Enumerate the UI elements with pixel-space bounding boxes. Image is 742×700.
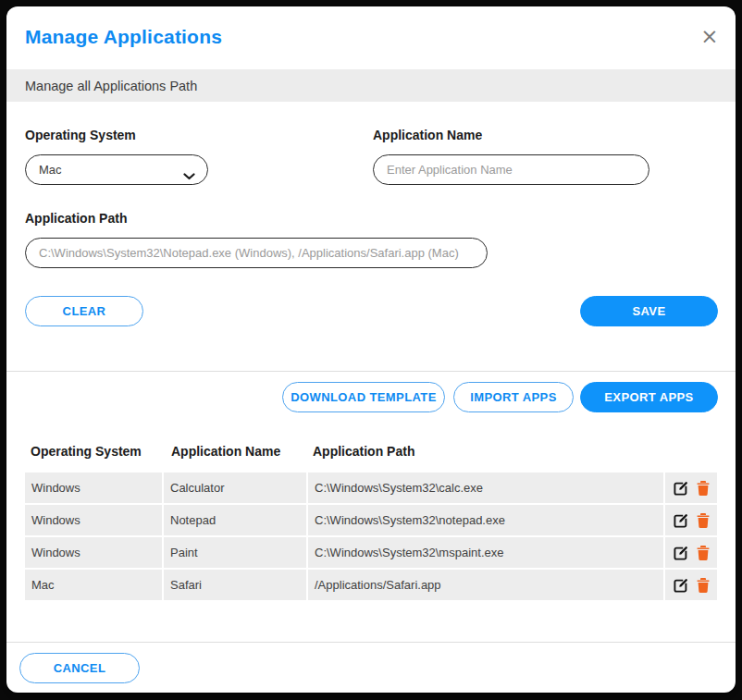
trash-icon[interactable] — [697, 481, 710, 496]
footer-divider — [6, 642, 736, 643]
application-path-label: Application Path — [25, 211, 127, 226]
import-apps-button[interactable]: IMPORT APPS — [453, 382, 574, 412]
save-button[interactable]: SAVE — [580, 296, 718, 326]
cell-application-name: Notepad — [164, 505, 306, 535]
trash-icon[interactable] — [697, 546, 710, 560]
row-actions — [665, 537, 717, 568]
cell-operating-system: Windows — [25, 537, 162, 568]
section-divider — [6, 371, 736, 372]
export-apps-button[interactable]: EXPORT APPS — [580, 382, 718, 412]
manage-applications-dialog: Manage Applications × Manage all Applica… — [6, 6, 736, 693]
application-name-input[interactable] — [374, 155, 649, 184]
column-header-application-path: Application Path — [313, 444, 414, 459]
close-icon[interactable]: × — [697, 23, 723, 49]
subheader-bar: Manage all Applications Path — [6, 69, 736, 102]
cell-application-path: C:\Windows\System32\mspaint.exe — [308, 537, 663, 568]
row-actions — [665, 570, 717, 600]
operating-system-dropdown[interactable]: Mac — [26, 155, 207, 184]
edit-icon[interactable] — [674, 513, 688, 528]
table-row: Windows Notepad C:\Windows\System32\note… — [25, 505, 717, 535]
edit-icon[interactable] — [674, 546, 688, 560]
operating-system-select[interactable]: Mac — [25, 154, 208, 185]
edit-icon[interactable] — [674, 578, 688, 593]
table-row: Mac Safari /Applications/Safari.app — [25, 570, 717, 600]
operating-system-label: Operating System — [25, 128, 136, 142]
trash-icon[interactable] — [697, 513, 710, 528]
cell-operating-system: Windows — [25, 473, 162, 503]
application-path-input[interactable] — [26, 239, 487, 267]
cell-application-path: /Applications/Safari.app — [308, 570, 663, 600]
dialog-title: Manage Applications — [25, 26, 222, 48]
application-path-field-wrap — [25, 238, 488, 268]
row-actions — [665, 473, 717, 503]
clear-button[interactable]: CLEAR — [25, 296, 143, 326]
table-row: Windows Paint C:\Windows\System32\mspain… — [25, 537, 717, 568]
cell-application-path: C:\Windows\System32\notepad.exe — [308, 505, 663, 535]
table-row: Windows Calculator C:\Windows\System32\c… — [25, 473, 717, 503]
cancel-button[interactable]: CANCEL — [19, 653, 140, 683]
column-header-operating-system: Operating System — [31, 444, 142, 459]
cell-application-name: Safari — [164, 570, 306, 600]
cell-application-path: C:\Windows\System32\calc.exe — [308, 473, 663, 503]
download-template-button[interactable]: DOWNLOAD TEMPLATE — [282, 382, 445, 412]
edit-icon[interactable] — [674, 481, 688, 496]
row-actions — [665, 505, 717, 535]
application-name-field-wrap — [373, 154, 649, 185]
trash-icon[interactable] — [697, 578, 710, 593]
subheader-text: Manage all Applications Path — [25, 79, 197, 93]
application-name-label: Application Name — [373, 128, 482, 142]
cell-application-name: Calculator — [164, 473, 306, 503]
cell-operating-system: Mac — [25, 570, 162, 600]
column-header-application-name: Application Name — [171, 444, 280, 459]
cell-operating-system: Windows — [25, 505, 162, 535]
cell-application-name: Paint — [164, 537, 306, 568]
